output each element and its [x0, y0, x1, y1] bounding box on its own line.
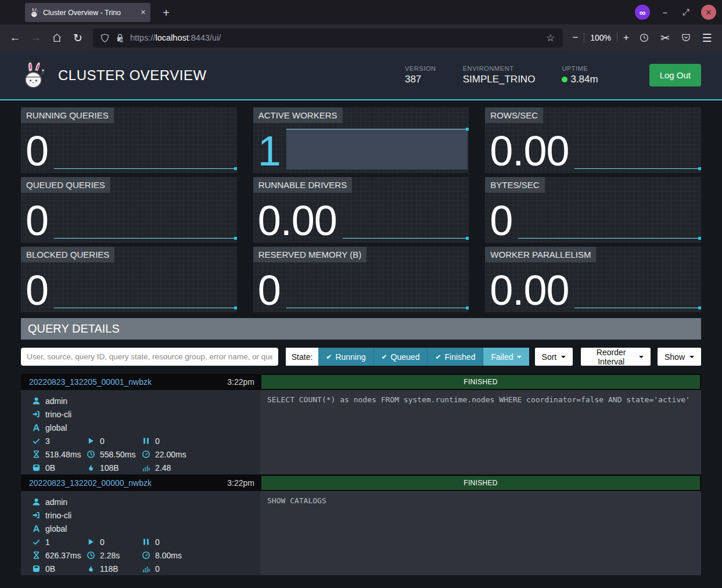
user-icon: [31, 396, 41, 406]
new-tab-button[interactable]: +: [158, 5, 174, 21]
tile-runnable-drivers: RUNNABLE DRIVERS 0.00: [253, 177, 469, 243]
app-header: CLUSTER OVERVIEW VERSION 387 ENVIRONMENT…: [0, 51, 722, 100]
hourglass-icon: [31, 450, 41, 459]
chevron-down-icon: [639, 356, 644, 358]
tile-bytes-sec: BYTES/SEC 0: [485, 177, 701, 243]
check-icon: ✔: [382, 353, 387, 361]
filter-running-button[interactable]: ✔ Running: [318, 348, 373, 366]
query-meta-panel: admin trino-cli global 3 0: [21, 390, 260, 474]
queued-splits: 0: [155, 437, 160, 446]
reload-button[interactable]: ↻: [69, 28, 87, 47]
parallelism: 0: [155, 564, 160, 573]
tile-label: ROWS/SEC: [485, 107, 543, 123]
tile-label: BLOCKED QUERIES: [21, 247, 114, 262]
history-clock-icon[interactable]: [635, 28, 653, 47]
cpu-time: 8.00ms: [155, 551, 182, 560]
uptime-block: UPTIME 3.84m: [562, 65, 598, 85]
queued-time: 518.48ms: [45, 450, 81, 459]
parallelism-chart-icon: [141, 564, 151, 573]
pocket-icon[interactable]: [677, 28, 695, 47]
completed-splits: 1: [45, 538, 50, 547]
environment-block: ENVIRONMENT SIMPLE_TRINO: [463, 65, 536, 85]
trino-cluster-overview-page: CLUSTER OVERVIEW VERSION 387 ENVIRONMENT…: [0, 51, 722, 588]
check-icon: ✔: [326, 353, 332, 361]
clock-icon: [86, 450, 96, 459]
forward-button[interactable]: →: [27, 28, 45, 47]
query-source: trino-cli: [45, 511, 71, 520]
sign-in-icon: [31, 511, 41, 520]
version-label: VERSION: [405, 65, 436, 72]
screenshot-scissors-icon[interactable]: ✂: [656, 28, 674, 47]
query-id-link[interactable]: 20220823_132205_00001_nwbzk: [29, 377, 152, 387]
query-id-link[interactable]: 20220823_132202_00000_nwbzk: [29, 478, 152, 488]
tile-running-queries: RUNNING QUERIES 0: [21, 107, 237, 173]
tracking-shield-icon[interactable]: [100, 33, 110, 43]
query-sql-text: SHOW CATALOGS: [260, 491, 701, 575]
tile-label: WORKER PARALLELISM: [485, 247, 596, 262]
query-user: admin: [45, 396, 67, 406]
pause-icon: [141, 538, 151, 547]
completed-splits: 3: [45, 437, 50, 446]
cpu-time: 22.00ms: [155, 450, 186, 459]
tile-value: 0.00: [258, 200, 337, 241]
menu-hamburger-icon[interactable]: ☰: [698, 28, 716, 47]
tile-label: RUNNABLE DRIVERS: [253, 177, 353, 193]
resource-group-font-icon: [31, 423, 41, 432]
query-search-input[interactable]: [21, 348, 278, 366]
uptime-value: 3.84m: [570, 74, 598, 85]
bookmark-star-icon[interactable]: ☆: [546, 32, 555, 44]
window-restore-button[interactable]: ⤢: [680, 7, 692, 17]
separator: [617, 33, 617, 43]
query-time: 3:22pm: [227, 377, 254, 387]
logout-button[interactable]: Log Out: [649, 64, 701, 86]
tile-worker-parallelism: WORKER PARALLELISM 0.00: [485, 247, 701, 312]
query-status-progressbar: FINISHED: [261, 375, 700, 389]
tile-label: BYTES/SEC: [485, 177, 544, 193]
zoom-out-button[interactable]: −: [572, 32, 578, 44]
chevron-down-icon: [689, 356, 694, 358]
current-memory: 0B: [45, 463, 55, 472]
gauge-icon: [141, 450, 151, 459]
running-splits: 0: [100, 437, 105, 446]
environment-label: ENVIRONMENT: [463, 65, 536, 72]
query-row: 20220823_132202_00000_nwbzk 3:22pm FINIS…: [21, 475, 701, 574]
query-time: 3:22pm: [227, 478, 254, 488]
browser-tab[interactable]: Cluster Overview - Trino ✕: [25, 3, 150, 22]
parallelism-chart-icon: [141, 463, 151, 472]
zoom-level[interactable]: 100%: [590, 33, 611, 42]
tile-label: QUEUED QUERIES: [21, 177, 110, 193]
query-resource-group: global: [45, 423, 67, 432]
pause-icon: [141, 437, 151, 446]
lock-warning-icon[interactable]: [115, 33, 125, 43]
tile-value: 0.00: [490, 130, 569, 172]
running-splits: 0: [100, 538, 105, 547]
parallelism: 2.48: [155, 463, 171, 472]
show-dropdown[interactable]: Show: [658, 348, 701, 366]
sparkline: [54, 125, 237, 172]
back-button[interactable]: ←: [6, 28, 24, 47]
chevron-down-icon: [517, 356, 522, 358]
window-minimize-button[interactable]: −: [659, 8, 671, 17]
check-icon: [31, 437, 41, 446]
filter-failed-dropdown[interactable]: Failed: [483, 348, 529, 366]
url-text[interactable]: https://localhost:8443/ui/: [130, 33, 541, 42]
page-title: CLUSTER OVERVIEW: [58, 67, 207, 84]
filter-finished-button[interactable]: ✔ Finished: [427, 348, 483, 366]
query-filter-bar: State: ✔ Running ✔ Queued ✔ Finished Fai…: [21, 348, 701, 366]
reorder-interval-dropdown[interactable]: Reorder Interval: [581, 348, 651, 366]
tile-value: 0.00: [490, 269, 569, 311]
check-icon: ✔: [435, 353, 441, 361]
url-bar[interactable]: https://localhost:8443/ui/ ☆: [93, 28, 563, 48]
sort-dropdown[interactable]: Sort: [535, 348, 573, 366]
window-close-button[interactable]: ✕: [701, 5, 716, 20]
sparkline: [286, 265, 469, 311]
separator: [584, 33, 584, 43]
extension-mask-icon[interactable]: ∞: [635, 5, 650, 20]
sparkline: [518, 195, 701, 241]
tile-value: 0: [26, 130, 48, 172]
filter-queued-button[interactable]: ✔ Queued: [373, 348, 428, 366]
zoom-in-button[interactable]: +: [623, 32, 629, 44]
tab-close-icon[interactable]: ✕: [141, 9, 146, 16]
home-button[interactable]: [48, 28, 66, 47]
trino-favicon-bunny-icon: [30, 8, 39, 18]
